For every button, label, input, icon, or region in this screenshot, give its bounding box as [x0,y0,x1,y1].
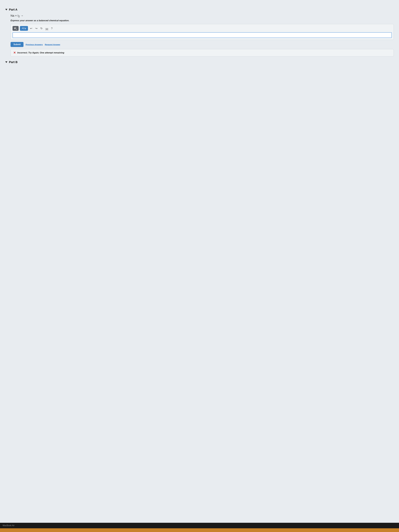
answer-box: ≡ ΑΣφ ↩ ↪ ↻ [11,24,394,40]
macbook-label: MacBook Air [3,524,14,527]
toolbar: ≡ ΑΣφ ↩ ↪ ↻ [13,26,392,31]
part-a-header: Part A [5,8,394,11]
request-answer-link[interactable]: Request Answer [45,43,60,46]
part-b-collapse-arrow[interactable] [5,61,7,63]
help-button[interactable]: ? [50,26,53,31]
instruction-text: Express your answer as a balanced chemic… [11,19,394,22]
error-icon: ✕ [13,51,16,55]
feedback-box: ✕ Incorrect; Try Again; One attempt rema… [11,49,394,57]
redo-button[interactable]: ↪ [34,26,38,31]
feedback-text: Incorrect; Try Again; One attempt remain… [17,51,64,54]
macbook-bar: MacBook Air [0,523,399,528]
screen-content: Part A Na + I2 → Express your answer as … [0,0,399,523]
undo-button[interactable]: ↩ [29,26,33,31]
part-a-section: Part A Na + I2 → Express your answer as … [5,8,394,57]
matrix-button[interactable] [45,26,49,31]
previous-answers-link[interactable]: Previous Answers [25,43,43,46]
part-a-title: Part A [9,8,17,11]
greek-button[interactable]: ΑΣφ [20,26,28,31]
wood-bar [0,528,399,532]
part-b-title: Part B [9,60,18,64]
submit-row: Submit Previous Answers Request Answer [11,42,394,47]
submit-button[interactable]: Submit [11,42,24,47]
answer-input[interactable] [13,32,392,38]
part-b-section: Part B [5,60,394,64]
refresh-button[interactable]: ↻ [40,26,43,31]
part-b-header: Part B [5,60,394,64]
template-button[interactable]: ≡ [13,26,19,31]
equation-display: Na + I2 → [11,14,394,18]
part-a-collapse-arrow[interactable] [5,9,7,10]
